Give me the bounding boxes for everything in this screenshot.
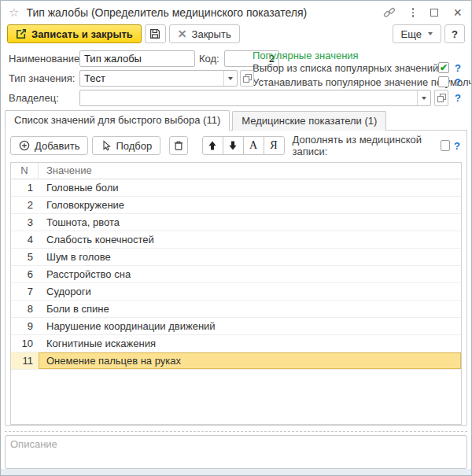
supplement-label: Дополнять из медицинской записи: (293, 134, 435, 157)
sort-descending-button[interactable]: Я (264, 136, 285, 155)
table-row[interactable]: 10Когнитиные искажения (11, 335, 461, 352)
move-down-button[interactable] (223, 136, 244, 155)
row-value: Судороги (39, 283, 461, 300)
window-title: Тип жалобы (Определитель медицинского по… (26, 6, 376, 19)
main-toolbar: Записать и закрыть ✕ Закрыть Еще ? (1, 24, 471, 46)
description-textarea[interactable] (5, 435, 467, 469)
chevron-down-icon (428, 32, 433, 35)
maximize-icon[interactable] (430, 9, 438, 17)
popular-default-help-icon[interactable]: ? (455, 76, 461, 88)
help-button[interactable]: ? (444, 24, 465, 43)
row-number: 10 (11, 335, 39, 352)
more-label: Еще (401, 28, 422, 40)
row-number: 5 (11, 249, 39, 265)
popular-values-header: Популярные значения (253, 50, 359, 61)
value-type-label: Тип значения: (9, 72, 75, 84)
popular-select-checkbox[interactable] (438, 62, 449, 73)
table-row[interactable]: 9Нарушение координации движений (11, 318, 461, 335)
help-button-label: ? (452, 28, 458, 40)
link-icon[interactable] (383, 6, 396, 19)
arrow-up-icon (207, 140, 218, 151)
table-row[interactable]: 5Шум в голове (11, 249, 461, 266)
row-value: Головокружение (39, 197, 461, 213)
table-row[interactable]: 8Боли в спине (11, 301, 461, 318)
arrow-down-icon (227, 140, 238, 151)
row-value: Когнитиные искажения (39, 335, 461, 352)
titlebar: ☆ Тип жалобы (Определитель медицинского … (1, 1, 471, 24)
owner-help-icon[interactable]: ? (455, 92, 461, 104)
row-value: Слабость конечностей (39, 231, 461, 248)
row-number: 11 (11, 352, 39, 369)
splitter-handle[interactable] (5, 431, 467, 432)
favorite-star-icon[interactable]: ☆ (9, 6, 19, 20)
window-menu-icon[interactable] (411, 6, 416, 19)
sort-descending-label: Я (270, 139, 277, 152)
table-row[interactable]: 2Головокружение (11, 197, 461, 214)
row-number: 1 (11, 179, 39, 196)
save-and-close-icon (16, 28, 27, 39)
owner-dropdown-icon[interactable] (417, 90, 430, 105)
popular-select-label: Выбор из списка популярных значений: (253, 62, 441, 74)
tab-quick-choice-values[interactable]: Список значений для быстрого выбора (11) (5, 110, 230, 131)
owner-label: Владелец: (9, 92, 59, 104)
column-header-n[interactable]: N (11, 163, 39, 179)
owner-combo (79, 90, 431, 106)
titlebar-icons: × (383, 6, 462, 19)
more-button[interactable]: Еще (393, 24, 441, 43)
add-plus-icon (19, 140, 30, 151)
popular-select-help-icon[interactable]: ? (455, 62, 461, 74)
table-row[interactable]: 6Расстройство сна (11, 266, 461, 283)
form-fields: Наименование: Код: Популярные значения В… (1, 46, 471, 111)
popular-default-checkbox[interactable] (438, 76, 449, 87)
value-type-open-button[interactable] (240, 70, 254, 87)
owner-input[interactable] (80, 90, 417, 105)
add-button[interactable]: Добавить (10, 136, 88, 155)
owner-open-button[interactable] (434, 90, 448, 106)
row-number: 9 (11, 318, 39, 334)
close-icon[interactable]: × (453, 9, 462, 17)
row-value: Головные боли (39, 179, 461, 196)
values-panel: Добавить Подбор (5, 130, 467, 426)
table-row[interactable]: 4Слабость конечностей (11, 231, 461, 249)
move-up-button[interactable] (202, 136, 223, 155)
column-header-value[interactable]: Значение (39, 163, 461, 179)
row-number: 3 (11, 214, 39, 231)
code-label: Код: (199, 53, 219, 65)
row-value: Нарушение координации движений (39, 318, 461, 334)
table-row[interactable]: 3Тошнота, рвота (11, 214, 461, 231)
close-form-button[interactable]: ✕ Закрыть (169, 24, 240, 43)
table-row[interactable]: 1Головные боли (11, 179, 461, 197)
table-row[interactable]: 7Судороги (11, 283, 461, 301)
sort-ascending-label: А (249, 139, 257, 152)
name-label: Наименование: (9, 53, 83, 65)
open-in-window-icon (242, 73, 253, 83)
pick-button[interactable]: Подбор (92, 136, 160, 155)
tab-bar: Список значений для быстрого выбора (11)… (1, 111, 471, 131)
row-number: 6 (11, 266, 39, 282)
dialog-window: ☆ Тип жалобы (Определитель медицинского … (0, 0, 472, 476)
value-type-combo (79, 70, 238, 87)
row-value: Тошнота, рвота (39, 214, 461, 231)
tab-medical-indicators[interactable]: Медицинские показатели (1) (232, 111, 386, 131)
supplement-checkbox[interactable] (441, 140, 450, 151)
name-input[interactable] (79, 50, 195, 67)
supplement-help-icon[interactable]: ? (454, 140, 460, 152)
delete-button[interactable] (169, 136, 187, 155)
save-and-close-label: Записать и закрыть (31, 28, 133, 40)
values-table: N Значение 1Головные боли 2Головокружени… (10, 162, 462, 425)
row-number: 4 (11, 231, 39, 248)
list-toolbar: Добавить Подбор (6, 131, 466, 161)
row-value: Расстройство сна (39, 266, 461, 282)
sort-move-group: А Я (202, 136, 285, 155)
cursor-pointer-icon (101, 140, 111, 151)
row-value: Шум в голове (39, 249, 461, 265)
sort-ascending-button[interactable]: А (243, 136, 264, 155)
table-row-selected[interactable]: 11Онемение пальцев на руках (11, 352, 461, 370)
value-type-dropdown-icon[interactable] (223, 71, 237, 86)
save-button[interactable] (145, 24, 166, 43)
value-type-input[interactable] (80, 71, 223, 86)
save-and-close-button[interactable]: Записать и закрыть (7, 24, 142, 43)
row-number: 8 (11, 301, 39, 317)
row-value: Онемение пальцев на руках (39, 352, 461, 369)
open-in-window-icon (437, 93, 447, 103)
